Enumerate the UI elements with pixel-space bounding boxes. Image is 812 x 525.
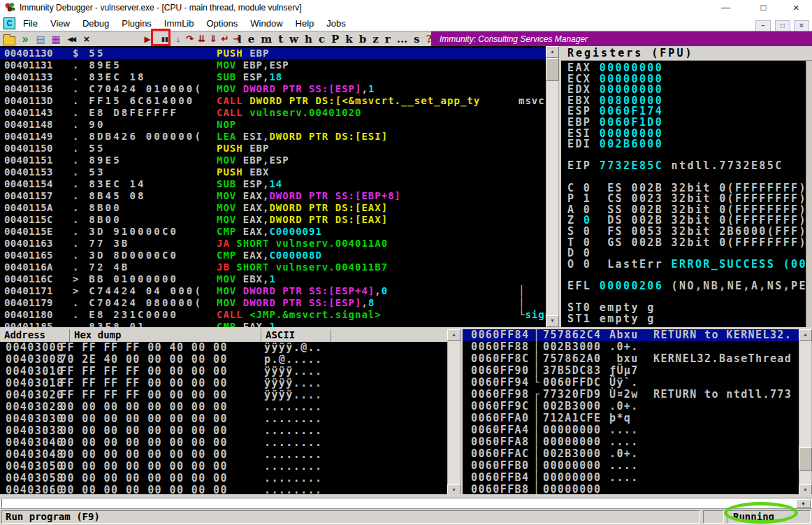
stack-row[interactable]: 0060FF90│37B5DC83ƒÜµ7 <box>463 365 799 377</box>
menu-item-jobs[interactable]: Jobs <box>320 15 351 31</box>
toolbar-letter-r[interactable]: r <box>385 32 391 46</box>
disasm-row[interactable]: 0040116A. 72 4BJB SHORT vulnserv.004011B… <box>0 261 546 273</box>
dump-row[interactable]: 00403000FF FF FF FF 00 40 00 00ÿÿÿÿ.@.. <box>0 342 447 354</box>
disasm-row[interactable]: 00401151. 89E5MOV EBP,ESP <box>0 154 546 166</box>
dump-row[interactable]: 00403020FF FF FF FF 00 00 00 00ÿÿÿÿ.... <box>0 389 447 401</box>
disasm-row[interactable]: 00401153. 53PUSH EBX <box>0 166 546 178</box>
toolbar-letter-z[interactable]: z <box>372 32 379 46</box>
stack-row[interactable]: 0060FFA4│00000000.... <box>463 424 799 436</box>
dump-scrollbar[interactable] <box>447 329 461 496</box>
menu-item-window[interactable]: Window <box>244 15 289 31</box>
registers-scrollbar[interactable] <box>806 61 812 327</box>
open-file-icon[interactable] <box>3 36 15 45</box>
dump-row[interactable]: 0040302800 00 00 00 00 00 00 00........ <box>0 401 447 413</box>
toolbar-letter-b[interactable]: b <box>359 32 367 46</box>
toolbar-letter-h[interactable]: h <box>305 32 312 46</box>
restart-icon[interactable]: ◀◀ <box>66 33 77 45</box>
stack-row[interactable]: 0060FF9C│002B3000.0+. <box>463 401 799 412</box>
dump-column-ascii[interactable]: ASCII <box>261 329 331 342</box>
dump-row[interactable]: 0040303000 00 00 00 00 00 00 00........ <box>0 413 447 425</box>
stack-row[interactable]: 0060FF8C│757862A0 bxuKERNEL32.BaseThread <box>463 353 799 365</box>
menu-item-options[interactable]: Options <box>200 15 244 31</box>
stack-row[interactable]: 0060FF88│002B3000.0+. <box>463 341 799 353</box>
dump-row[interactable]: 0040300870 2E 40 00 00 00 00 00p.@..... <box>0 354 447 366</box>
toolbar-letter-c[interactable]: c <box>319 32 325 46</box>
disasm-row[interactable]: 00401179. C70424 080000(MOV DWORD PTR SS… <box>0 297 546 309</box>
toolbar-letter-t[interactable]: t <box>278 32 283 46</box>
disasm-row[interactable]: 00401180. E8 231C0000CALL <JMP.&msvcrt.s… <box>0 309 546 321</box>
disasm-row[interactable]: 00401154. 83EC 14SUB ESP,14 <box>0 178 546 190</box>
disasm-row[interactable]: 00401130$ 55PUSH EBP <box>0 48 546 59</box>
cpu-scrollbar-thumb[interactable] <box>546 58 559 81</box>
disasm-row[interactable]: 00401131. 89E5MOV EBP,ESP <box>0 59 546 71</box>
pause-icon[interactable]: ▮▮ <box>159 33 171 45</box>
command-input[interactable] <box>1 499 792 508</box>
disasm-row[interactable]: 00401133. 83EC 18SUB ESP,18 <box>0 71 546 83</box>
dump-row[interactable]: 0040304000 00 00 00 00 00 00 00........ <box>0 437 447 449</box>
disasm-row[interactable]: 00401136. C70424 010000(MOV DWORD PTR SS… <box>0 83 546 95</box>
disasm-row[interactable]: 0040113D. FF15 6C614000CALL DWORD PTR DS… <box>0 95 546 107</box>
close-process-icon[interactable]: × <box>81 33 92 45</box>
stack-row[interactable]: 0060FF98┌77320FD9Ù¤2wRETURN to ntdll.773 <box>463 389 799 401</box>
close-button[interactable]: × <box>781 0 812 15</box>
cpu-scrollbar[interactable] <box>546 46 559 327</box>
disasm-row[interactable]: 00401185. 83F8 01CMP EAX,1 <box>0 321 546 327</box>
toolbar-letter-P[interactable]: P <box>331 32 339 46</box>
register-line[interactable]: EIP 7732E85C ntdll.7732E85C <box>561 161 806 172</box>
disasm-row[interactable]: 0040116C> BB 01000000MOV EBX,1 <box>0 273 546 285</box>
animate-into-icon[interactable]: ⇊ <box>198 33 205 45</box>
menu-item-file[interactable]: File <box>17 15 44 31</box>
dump-scroll-up-icon[interactable]: ▴ <box>447 329 461 341</box>
command-dropdown-icon[interactable]: ▼ <box>796 499 811 508</box>
disasm-row[interactable]: 00401165. 3D 8D0000C0CMP EAX,C000008D <box>0 250 546 261</box>
register-line[interactable]: T 0 GS 002B 32bit 0(FFFFFFFF) <box>561 238 806 249</box>
disasm-row[interactable]: 00401149. 8DB426 000000(LEA ESI,DWORD PT… <box>0 131 546 143</box>
stack-row[interactable]: 0060FF94└0060FFDCÜÿ`. <box>463 377 799 389</box>
stack-row[interactable]: 0060FFA0│712A1CFEþ*q <box>463 412 799 424</box>
menu-item-view[interactable]: View <box>44 15 76 31</box>
disasm-row[interactable]: 0040115A. 8B00MOV EAX,DWORD PTR DS:[EAX] <box>0 202 546 214</box>
dump-column-hex[interactable]: Hex dump <box>70 329 261 342</box>
register-line[interactable]: EFL 00000206 (NO,NB,NE,A,NS,PE,G <box>561 281 806 292</box>
execute-till-return-icon[interactable]: ↵ <box>222 33 229 45</box>
disasm-row[interactable]: 00401157. 8B45 08MOV EAX,DWORD PTR SS:[E… <box>0 190 546 202</box>
minimize-button[interactable]: — <box>710 0 741 15</box>
disasm-row[interactable]: 0040115C. 8B00MOV EAX,DWORD PTR DS:[EAX] <box>0 214 546 226</box>
disasm-row[interactable]: 00401150. 55PUSH EBP <box>0 143 546 154</box>
windows-icon[interactable]: ▦ <box>50 33 61 45</box>
dump-column-address[interactable]: Address <box>0 329 70 342</box>
register-line[interactable]: ST1 empty g <box>561 314 806 325</box>
disasm-row[interactable]: 00401171> C74424 04 000(MOV DWORD PTR SS… <box>0 285 546 297</box>
disasm-row[interactable]: 00401163. 77 3BJA SHORT vulnserv.004011A… <box>0 238 546 250</box>
menu-item-debug[interactable]: Debug <box>76 15 115 31</box>
toolbar-letter-l[interactable]: l <box>238 32 242 46</box>
menu-item-help[interactable]: Help <box>289 15 321 31</box>
dump-row[interactable]: 0040305000 00 00 00 00 00 00 00........ <box>0 461 447 473</box>
stack-row[interactable]: 0060FFAC│002B3000.0+. <box>463 448 799 460</box>
run-icon[interactable]: ▶ <box>140 33 155 45</box>
disasm-row[interactable]: 0040115E. 3D 910000C0CMP EAX,C0000091 <box>0 226 546 238</box>
stack-scrollbar[interactable] <box>799 329 812 496</box>
dump-row[interactable]: 0040305800 00 00 00 00 00 00 00........ <box>0 473 447 484</box>
step-over-icon[interactable]: ↷ <box>186 33 194 45</box>
disasm-row[interactable]: 00401143. E8 D8FEFFFFCALL vulnserv.00401… <box>0 107 546 119</box>
toolbar-letter-k[interactable]: k <box>345 32 352 46</box>
register-line[interactable]: O 0 LastErr ERROR_SUCCESS (0000 <box>561 259 806 271</box>
register-line[interactable]: EDI 002B6000 <box>561 139 806 150</box>
stack-scrollbar-thumb[interactable] <box>799 447 812 471</box>
step-into-icon[interactable]: ↓ <box>175 33 182 45</box>
log-window-icon[interactable]: ▤ <box>35 33 46 45</box>
toolbar-letter-m[interactable]: m <box>261 32 272 46</box>
stack-row[interactable]: 0060FFB8│00000000 <box>463 484 799 494</box>
stack-scroll-up-icon[interactable]: ▴ <box>799 329 812 341</box>
dump-row[interactable]: 00403018FF FF FF FF 00 00 00 00ÿÿÿÿ.... <box>0 377 447 389</box>
animate-over-icon[interactable]: ⇓ <box>210 33 217 45</box>
menu-item-plugins[interactable]: Plugins <box>115 15 158 31</box>
stack-row[interactable]: 0060FFA8│00000000.... <box>463 436 799 448</box>
cpu-scroll-down-icon[interactable]: ▾ <box>546 315 559 327</box>
dump-row[interactable]: 0040303800 00 00 00 00 00 00 00........ <box>0 425 447 437</box>
restore-button[interactable]: □ <box>748 0 779 15</box>
menu-item-immlib[interactable]: ImmLib <box>158 15 201 31</box>
cpu-window-icon[interactable]: C <box>3 17 15 29</box>
stack-row[interactable]: 0060FFB0│00000000.... <box>463 460 799 472</box>
